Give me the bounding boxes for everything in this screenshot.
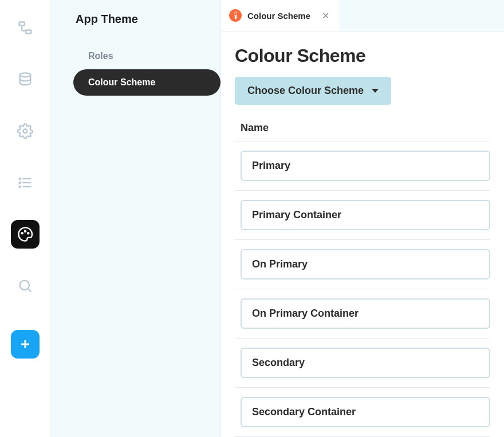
name-row: Primary Container [235, 191, 490, 240]
names-column-header: Name [235, 119, 490, 141]
list-icon[interactable] [11, 168, 40, 197]
svg-point-3 [23, 129, 27, 133]
name-field[interactable]: Primary [241, 151, 490, 181]
name-row: On Primary [235, 240, 490, 289]
tab-bar: 🖌 Colour Scheme ✕ [221, 0, 504, 32]
svg-point-13 [19, 281, 29, 290]
name-row: Secondary [235, 338, 490, 388]
svg-line-14 [28, 289, 31, 292]
name-field[interactable]: On Primary Container [241, 298, 490, 329]
name-field[interactable]: On Primary [241, 249, 490, 279]
tab-label: Colour Scheme [247, 11, 310, 21]
chooser-label: Choose Colour Scheme [247, 85, 364, 97]
tab-colour-scheme[interactable]: 🖌 Colour Scheme ✕ [221, 0, 340, 31]
sidebar: App Theme Roles Colour Scheme [50, 0, 221, 437]
sidebar-item-colour-scheme[interactable]: Colour Scheme [73, 69, 220, 96]
database-icon[interactable] [11, 65, 40, 94]
flow-icon[interactable] [11, 14, 40, 42]
main-pane: 🖌 Colour Scheme ✕ Colour Scheme Choose C… [221, 0, 504, 437]
svg-point-2 [19, 73, 30, 77]
tab-bar-spacer [340, 0, 504, 31]
svg-point-7 [19, 178, 20, 179]
name-row: Primary [235, 141, 490, 191]
choose-colour-scheme-button[interactable]: Choose Colour Scheme [235, 77, 391, 105]
svg-point-10 [21, 233, 22, 234]
name-field[interactable]: Secondary [241, 348, 490, 378]
svg-rect-1 [26, 30, 31, 34]
name-field[interactable]: Primary Container [241, 200, 490, 230]
name-field[interactable]: Secondary Container [241, 397, 490, 427]
sidebar-item-roles[interactable]: Roles [50, 43, 220, 69]
add-icon[interactable] [11, 330, 40, 359]
icon-rail [0, 0, 50, 437]
svg-point-11 [24, 231, 25, 232]
svg-point-9 [19, 186, 20, 187]
gear-icon[interactable] [11, 117, 40, 145]
svg-rect-0 [19, 22, 24, 26]
name-row: On Primary Container [235, 289, 490, 338]
page-title: Colour Scheme [235, 45, 490, 66]
search-icon[interactable] [11, 271, 40, 300]
sidebar-title: App Theme [50, 0, 220, 43]
svg-point-8 [19, 182, 20, 183]
caret-down-icon [372, 89, 379, 93]
close-icon[interactable]: ✕ [320, 9, 332, 22]
palette-icon: 🖌 [229, 9, 242, 22]
name-row: Secondary Container [235, 388, 490, 437]
svg-point-12 [27, 233, 29, 234]
palette-icon[interactable] [11, 220, 40, 249]
